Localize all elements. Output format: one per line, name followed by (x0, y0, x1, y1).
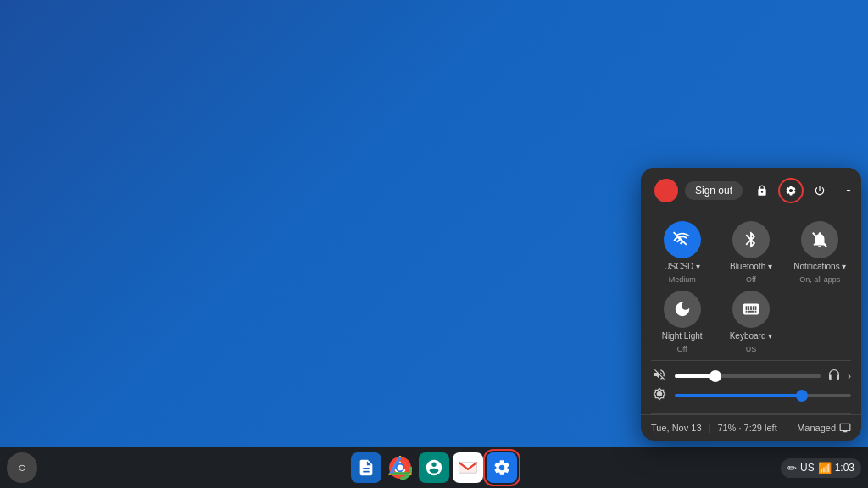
clock: 1:03 (835, 462, 854, 474)
quick-settings-panel: Sign out (641, 168, 861, 441)
toggle-uscsd[interactable]: USCSD ▾ Medium (651, 221, 713, 284)
notifications-icon (810, 230, 829, 249)
headphone-icon (827, 368, 841, 384)
wifi-icon: 📶 (818, 462, 832, 474)
brightness-slider-track[interactable] (675, 394, 851, 397)
taskbar-app-docs[interactable] (351, 452, 381, 483)
user-avatar (654, 179, 678, 202)
expand-button[interactable] (836, 178, 861, 203)
nightlight-icon (673, 300, 692, 319)
battery-display: 71% · 7:29 left (717, 423, 776, 433)
brightness-slider-row (651, 387, 851, 403)
taskbar-right: ✏ US 📶 1:03 (781, 458, 861, 478)
keyboard-sublabel: US (746, 345, 757, 353)
bluetooth-icon-container (732, 221, 770, 258)
brightness-slider-thumb (796, 390, 808, 402)
managed-label: Managed (797, 423, 836, 433)
keyboard-icon-container (732, 291, 770, 328)
toggle-nightlight[interactable]: Night Light Off (651, 291, 713, 353)
keyboard-layout: US (800, 462, 815, 474)
power-button[interactable] (807, 178, 832, 203)
notifications-label: Notifications ▾ (793, 262, 846, 272)
taskbar-status-area[interactable]: ✏ US 📶 1:03 (781, 458, 861, 478)
volume-slider-thumb (709, 370, 721, 382)
settings-button[interactable] (778, 178, 804, 203)
settings-gear-icon (785, 185, 797, 197)
pen-icon: ✏ (787, 462, 797, 474)
brightness-slider-fill (675, 394, 802, 397)
managed-icon (839, 422, 851, 434)
keyboard-icon (742, 300, 760, 319)
panel-header: Sign out (641, 168, 861, 214)
nightlight-icon-container (664, 291, 701, 328)
lock-button[interactable] (749, 178, 775, 203)
svg-point-5 (398, 465, 403, 471)
empty-toggle-cell (789, 291, 851, 353)
docs-icon (357, 458, 376, 477)
footer-right: Managed (797, 422, 851, 434)
chrome-icon (388, 456, 412, 480)
launcher-button[interactable]: ○ (7, 452, 37, 483)
header-icons (749, 178, 861, 203)
nightlight-sublabel: Off (677, 345, 687, 353)
toggle-keyboard[interactable]: Keyboard ▾ US (720, 291, 782, 353)
gmail-icon (459, 461, 477, 474)
volume-expand-icon[interactable]: › (848, 370, 851, 382)
footer-separator: | (709, 423, 711, 433)
taskbar-left: ○ (7, 452, 37, 483)
signout-button[interactable]: Sign out (685, 181, 743, 200)
settings-icon-taskbar (492, 458, 511, 477)
chevron-down-icon (843, 186, 854, 196)
power-icon (814, 185, 826, 197)
lock-icon (756, 185, 768, 197)
taskbar-app-ink[interactable] (419, 452, 449, 483)
bluetooth-icon (742, 230, 760, 249)
uscsd-sublabel: Medium (669, 275, 696, 284)
taskbar-app-settings[interactable] (487, 452, 517, 483)
volume-slider-row: › (651, 368, 851, 384)
toggles-grid-row2: Night Light Off Keyboard ▾ US (641, 291, 861, 360)
taskbar-app-chrome[interactable] (385, 452, 415, 483)
volume-slider-track[interactable] (675, 374, 821, 378)
notifications-sublabel: On, all apps (799, 275, 840, 284)
mute-icon (651, 368, 668, 384)
taskbar: ○ (0, 447, 868, 488)
taskbar-app-gmail[interactable] (453, 452, 483, 483)
uscsd-icon (664, 221, 701, 258)
ink-icon (425, 458, 443, 477)
toggle-notifications[interactable]: Notifications ▾ On, all apps (789, 221, 851, 284)
nightlight-label: Night Light (662, 331, 703, 341)
brightness-icon (651, 387, 668, 403)
date-display: Tue, Nov 13 (651, 423, 702, 433)
notifications-icon-container (801, 221, 838, 258)
bluetooth-label: Bluetooth ▾ (730, 262, 772, 272)
bluetooth-sublabel: Off (746, 275, 756, 284)
sliders-area: › (641, 361, 861, 413)
launcher-icon: ○ (18, 460, 26, 475)
wifi-toggle-icon (673, 230, 692, 249)
desktop: ○ (0, 0, 868, 488)
taskbar-apps (351, 452, 517, 483)
toggles-grid-row1: USCSD ▾ Medium Bluetooth ▾ Off (641, 214, 861, 291)
panel-footer: Tue, Nov 13 | 71% · 7:29 left Managed (641, 414, 861, 441)
uscsd-label: USCSD ▾ (664, 262, 700, 272)
toggle-bluetooth[interactable]: Bluetooth ▾ Off (720, 221, 782, 284)
keyboard-label: Keyboard ▾ (730, 331, 773, 341)
footer-left: Tue, Nov 13 | 71% · 7:29 left (651, 423, 777, 433)
